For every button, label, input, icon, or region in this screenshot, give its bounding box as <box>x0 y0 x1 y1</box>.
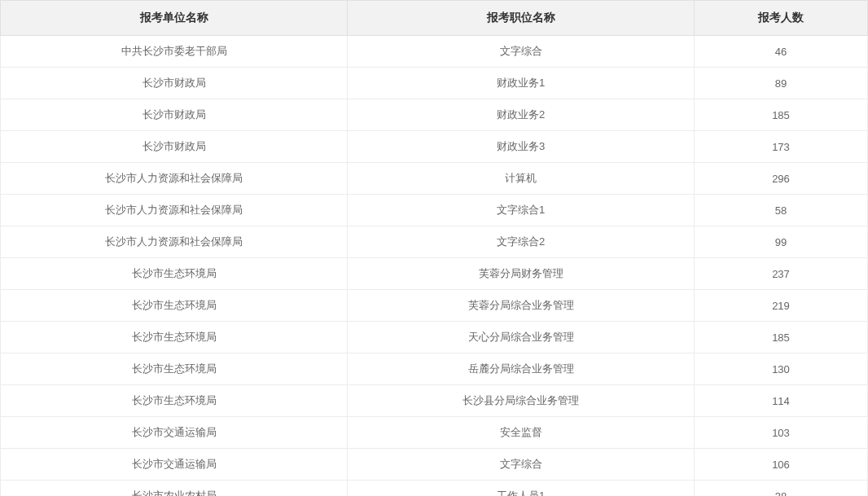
cell-position: 计算机 <box>348 163 695 195</box>
cell-count: 114 <box>695 385 868 417</box>
cell-count: 58 <box>695 195 868 226</box>
table-row: 长沙市生态环境局天心分局综合业务管理185 <box>1 322 868 353</box>
cell-count: 219 <box>695 290 868 322</box>
cell-unit: 长沙市生态环境局 <box>1 290 348 322</box>
cell-unit: 长沙市财政局 <box>1 99 348 131</box>
table-row: 长沙市财政局财政业务2185 <box>1 99 868 131</box>
registration-table: 报考单位名称 报考职位名称 报考人数 中共长沙市委老干部局文字综合46长沙市财政… <box>0 0 868 496</box>
cell-position: 芙蓉分局综合业务管理 <box>348 290 695 322</box>
cell-unit: 长沙市交通运输局 <box>1 417 348 449</box>
cell-count: 130 <box>695 353 868 385</box>
registration-table-container: 报考单位名称 报考职位名称 报考人数 中共长沙市委老干部局文字综合46长沙市财政… <box>0 0 868 496</box>
cell-position: 安全监督 <box>348 417 695 449</box>
cell-position: 文字综合 <box>348 36 695 68</box>
cell-position: 文字综合2 <box>348 226 695 258</box>
cell-count: 185 <box>695 99 868 131</box>
cell-count: 106 <box>695 449 868 481</box>
table-row: 长沙市财政局财政业务189 <box>1 68 868 99</box>
table-row: 长沙市生态环境局芙蓉分局综合业务管理219 <box>1 290 868 322</box>
cell-unit: 长沙市生态环境局 <box>1 322 348 353</box>
cell-unit: 长沙市人力资源和社会保障局 <box>1 195 348 226</box>
table-row: 长沙市交通运输局文字综合106 <box>1 449 868 481</box>
cell-unit: 长沙市生态环境局 <box>1 258 348 290</box>
table-row: 长沙市财政局财政业务3173 <box>1 131 868 163</box>
table-row: 长沙市生态环境局岳麓分局综合业务管理130 <box>1 353 868 385</box>
table-row: 长沙市农业农村局工作人员138 <box>1 481 868 497</box>
cell-count: 185 <box>695 322 868 353</box>
cell-position: 工作人员1 <box>348 481 695 497</box>
header-unit: 报考单位名称 <box>1 1 348 36</box>
table-row: 长沙市生态环境局芙蓉分局财务管理237 <box>1 258 868 290</box>
cell-position: 岳麓分局综合业务管理 <box>348 353 695 385</box>
cell-unit: 长沙市生态环境局 <box>1 385 348 417</box>
header-count: 报考人数 <box>695 1 868 36</box>
cell-unit: 长沙市交通运输局 <box>1 449 348 481</box>
cell-position: 财政业务2 <box>348 99 695 131</box>
cell-position: 文字综合1 <box>348 195 695 226</box>
table-row: 中共长沙市委老干部局文字综合46 <box>1 36 868 68</box>
table-row: 长沙市生态环境局长沙县分局综合业务管理114 <box>1 385 868 417</box>
cell-count: 99 <box>695 226 868 258</box>
cell-unit: 长沙市财政局 <box>1 68 348 99</box>
cell-unit: 长沙市人力资源和社会保障局 <box>1 163 348 195</box>
cell-unit: 长沙市农业农村局 <box>1 481 348 497</box>
cell-unit: 长沙市人力资源和社会保障局 <box>1 226 348 258</box>
cell-count: 103 <box>695 417 868 449</box>
header-row: 报考单位名称 报考职位名称 报考人数 <box>1 1 868 36</box>
table-row: 长沙市交通运输局安全监督103 <box>1 417 868 449</box>
cell-count: 173 <box>695 131 868 163</box>
cell-position: 财政业务3 <box>348 131 695 163</box>
table-body: 中共长沙市委老干部局文字综合46长沙市财政局财政业务189长沙市财政局财政业务2… <box>1 36 868 497</box>
table-header: 报考单位名称 报考职位名称 报考人数 <box>1 1 868 36</box>
cell-unit: 长沙市财政局 <box>1 131 348 163</box>
cell-unit: 长沙市生态环境局 <box>1 353 348 385</box>
cell-position: 芙蓉分局财务管理 <box>348 258 695 290</box>
cell-count: 237 <box>695 258 868 290</box>
cell-count: 296 <box>695 163 868 195</box>
table-row: 长沙市人力资源和社会保障局文字综合158 <box>1 195 868 226</box>
cell-position: 长沙县分局综合业务管理 <box>348 385 695 417</box>
cell-position: 财政业务1 <box>348 68 695 99</box>
cell-count: 46 <box>695 36 868 68</box>
cell-position: 文字综合 <box>348 449 695 481</box>
cell-unit: 中共长沙市委老干部局 <box>1 36 348 68</box>
cell-count: 89 <box>695 68 868 99</box>
table-row: 长沙市人力资源和社会保障局文字综合299 <box>1 226 868 258</box>
cell-position: 天心分局综合业务管理 <box>348 322 695 353</box>
table-row: 长沙市人力资源和社会保障局计算机296 <box>1 163 868 195</box>
header-position: 报考职位名称 <box>348 1 695 36</box>
cell-count: 38 <box>695 481 868 497</box>
